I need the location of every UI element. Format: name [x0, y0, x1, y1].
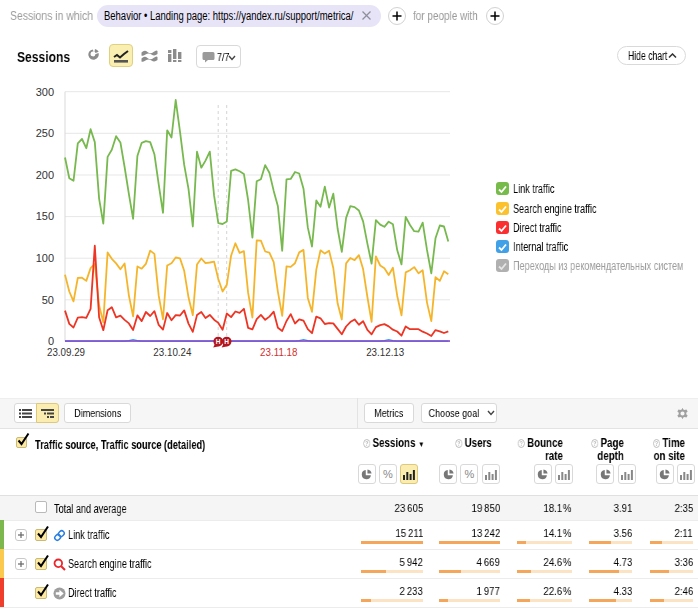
svg-text:H: H [216, 338, 221, 345]
svg-text:23.12.13: 23.12.13 [366, 346, 404, 358]
svg-text:H: H [224, 338, 229, 345]
svg-text:300: 300 [36, 86, 54, 98]
svg-text:23.11.18: 23.11.18 [260, 346, 298, 358]
svg-text:0: 0 [48, 335, 54, 347]
svg-text:150: 150 [36, 210, 54, 222]
svg-text:?: ? [593, 440, 596, 447]
svg-text:?: ? [655, 440, 658, 447]
svg-text:250: 250 [36, 127, 54, 139]
svg-text:100: 100 [36, 252, 54, 264]
svg-text:?: ? [365, 440, 368, 447]
svg-text:?: ? [520, 440, 523, 447]
svg-text:50: 50 [42, 294, 54, 306]
svg-text:23.10.24: 23.10.24 [153, 346, 191, 358]
svg-text:?: ? [457, 440, 460, 447]
svg-text:200: 200 [36, 169, 54, 181]
svg-text:23.09.29: 23.09.29 [47, 346, 85, 358]
